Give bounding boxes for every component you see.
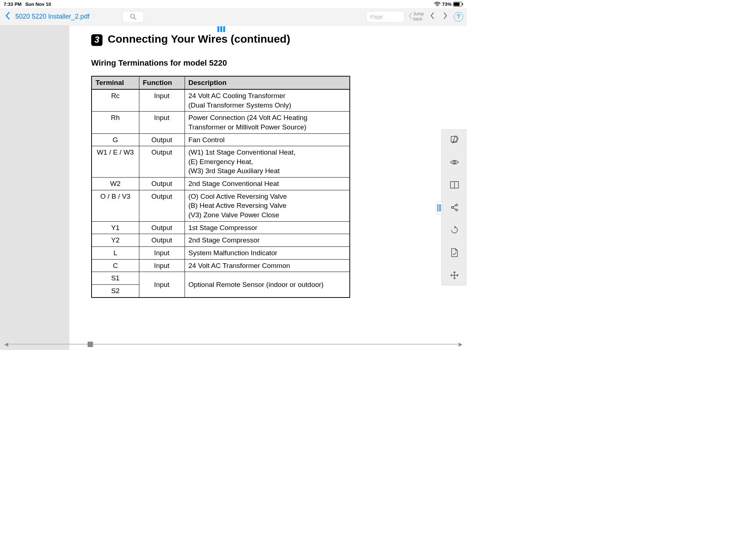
cell-function: Input xyxy=(139,272,185,298)
wiring-table: Terminal Function Description RcInput24 … xyxy=(91,76,350,298)
cell-description: Fan Control xyxy=(185,133,350,146)
side-toolbar-handle[interactable] xyxy=(436,201,442,214)
table-row: S1S2InputOptional Remote Sensor (indoor … xyxy=(92,272,350,298)
svg-line-14 xyxy=(453,205,456,207)
cell-function: Input xyxy=(139,246,185,259)
cell-function: Output xyxy=(139,178,185,190)
move-icon[interactable] xyxy=(450,271,459,280)
cell-terminal: S1S2 xyxy=(92,272,139,298)
table-row: W1 / E / W3Output(W1) 1st Stage Conventi… xyxy=(92,146,350,178)
cell-terminal: Y1 xyxy=(92,221,139,234)
cell-description: System Malfunction Indicator xyxy=(185,246,350,259)
cell-description: 1st Stage Compressor xyxy=(185,221,350,234)
subheading: Wiring Terminations for model 5220 xyxy=(91,58,445,68)
cell-description: 24 Volt AC Transformer Common xyxy=(185,259,350,272)
next-page-button[interactable] xyxy=(441,12,450,22)
workspace: 3 Connecting Your Wires (continued) Wiri… xyxy=(0,26,467,350)
step-number-badge: 3 xyxy=(91,34,102,46)
page-check-icon[interactable] xyxy=(450,248,459,257)
cell-terminal: G xyxy=(92,133,139,146)
scroll-track[interactable] xyxy=(9,344,458,345)
status-battery-pct: 73% xyxy=(442,1,452,7)
back-button[interactable] xyxy=(4,12,12,22)
cell-terminal: L xyxy=(92,246,139,259)
page-number-input[interactable] xyxy=(366,11,405,23)
cell-function: Output xyxy=(139,234,185,247)
cell-terminal: W1 / E / W3 xyxy=(92,146,139,178)
cell-function: Input xyxy=(139,259,185,272)
svg-point-8 xyxy=(454,162,454,163)
help-label: ? xyxy=(457,13,460,20)
search-button[interactable] xyxy=(122,11,144,23)
col-terminal: Terminal xyxy=(92,76,139,89)
jump-back-button[interactable]: Jump back xyxy=(408,12,424,21)
svg-point-13 xyxy=(456,209,457,211)
svg-point-0 xyxy=(437,5,438,6)
two-page-icon[interactable] xyxy=(450,180,459,190)
col-description: Description xyxy=(185,76,350,89)
jump-back-label: Jump back xyxy=(413,12,424,21)
cell-terminal-s1: S1 xyxy=(92,272,139,284)
status-bar: 7:33 PM Sun Nov 10 73% xyxy=(0,0,467,8)
app-toolbar: 5020 5220 Installer_2.pdf Jump back ? xyxy=(0,8,467,26)
table-row: Y2Output2nd Stage Compressor xyxy=(92,234,350,247)
table-row: Y1Output1st Stage Compressor xyxy=(92,221,350,234)
annotate-icon[interactable] xyxy=(450,135,459,144)
table-row: LInputSystem Malfunction Indicator xyxy=(92,246,350,259)
cell-description: Power Connection (24 Volt AC HeatingTran… xyxy=(185,112,350,133)
cell-description: 24 Volt AC Cooling Transformer(Dual Tran… xyxy=(185,89,350,112)
status-time: 7:33 PM xyxy=(4,1,22,7)
svg-point-12 xyxy=(456,204,457,206)
eye-icon[interactable] xyxy=(450,158,459,167)
cell-function: Output xyxy=(139,221,185,234)
table-row: GOutputFan Control xyxy=(92,133,350,146)
document-page[interactable]: 3 Connecting Your Wires (continued) Wiri… xyxy=(69,26,467,350)
col-function: Function xyxy=(139,76,185,89)
cell-terminal: O / B / V3 xyxy=(92,190,139,221)
svg-line-15 xyxy=(453,208,456,210)
svg-rect-3 xyxy=(462,3,463,5)
cell-description: (W1) 1st Stage Conventional Heat,(E) Eme… xyxy=(185,146,350,178)
cell-terminal-s2: S2 xyxy=(92,284,139,297)
svg-point-11 xyxy=(451,207,453,209)
horizontal-scrollbar[interactable]: ◀ ▶ xyxy=(4,341,463,347)
table-row: W2Output2nd Stage Conventional Heat xyxy=(92,178,350,190)
svg-line-5 xyxy=(134,18,136,19)
scroll-left-icon[interactable]: ◀ xyxy=(4,341,9,347)
cell-terminal: C xyxy=(92,259,139,272)
cell-function: Output xyxy=(139,146,185,178)
table-row: O / B / V3Output(O) Cool Active Reversin… xyxy=(92,190,350,221)
section-title: Connecting Your Wires (continued) xyxy=(108,33,290,45)
table-header-row: Terminal Function Description xyxy=(92,76,350,89)
chevron-left-icon xyxy=(408,12,413,21)
svg-point-4 xyxy=(131,14,135,18)
cell-terminal: Rh xyxy=(92,112,139,133)
scroll-right-icon[interactable]: ▶ xyxy=(458,341,463,347)
help-button[interactable]: ? xyxy=(454,12,463,22)
cell-function: Output xyxy=(139,190,185,221)
wifi-icon xyxy=(434,2,441,7)
cell-function: Input xyxy=(139,89,185,112)
cell-description: Optional Remote Sensor (indoor or outdoo… xyxy=(185,272,350,298)
cell-function: Input xyxy=(139,112,185,133)
document-title[interactable]: 5020 5220 Installer_2.pdf xyxy=(15,13,89,20)
cell-terminal: W2 xyxy=(92,178,139,190)
prev-page-button[interactable] xyxy=(427,12,437,22)
page-tab-indicator[interactable] xyxy=(217,26,225,32)
section-title-continued: (continued) xyxy=(231,33,290,45)
cell-terminal: Y2 xyxy=(92,234,139,247)
cell-function: Output xyxy=(139,133,185,146)
status-date: Sun Nov 10 xyxy=(25,1,51,7)
svg-rect-2 xyxy=(454,3,460,6)
cell-description: (O) Cool Active Reversing Valve(B) Heat … xyxy=(185,190,350,221)
cell-terminal: Rc xyxy=(92,89,139,112)
table-row: RhInputPower Connection (24 Volt AC Heat… xyxy=(92,112,350,133)
scroll-thumb[interactable] xyxy=(88,342,93,347)
table-row: RcInput24 Volt AC Cooling Transformer(Du… xyxy=(92,89,350,112)
section-title-main: Connecting Your Wires xyxy=(108,33,231,45)
cell-description: 2nd Stage Compressor xyxy=(185,234,350,247)
side-toolbar xyxy=(441,129,467,285)
battery-icon xyxy=(453,2,463,7)
rotate-icon[interactable] xyxy=(450,225,459,235)
share-icon[interactable] xyxy=(450,203,459,212)
